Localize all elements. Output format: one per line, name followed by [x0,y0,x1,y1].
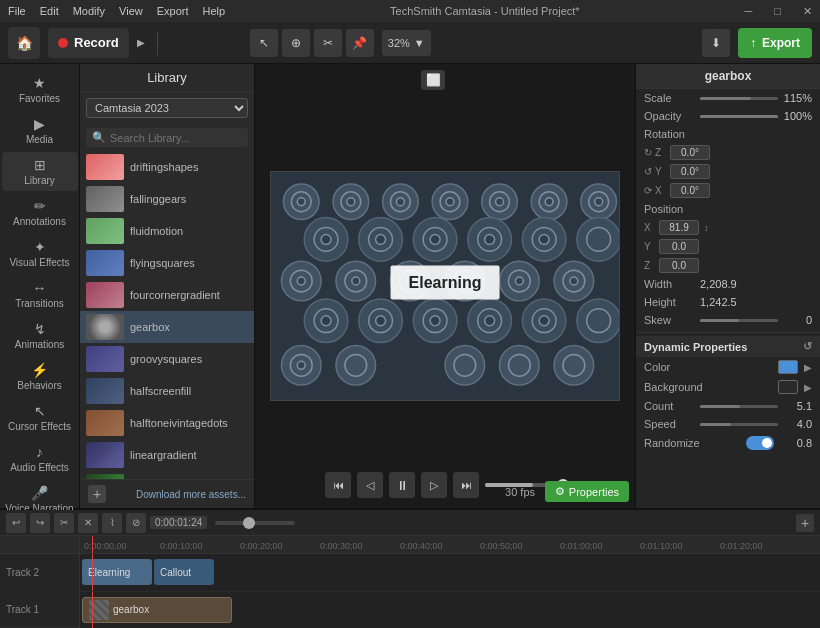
svg-point-36 [539,234,549,244]
svg-point-37 [577,218,619,262]
split-button[interactable]: ⌇ [102,513,122,533]
skip-back-button[interactable]: ⏮ [325,472,351,498]
export-label: Export [762,36,800,50]
step-back-button[interactable]: ◁ [357,472,383,498]
randomize-toggle[interactable] [746,436,774,450]
properties-icon: ⚙ [555,485,565,498]
rot-z-input[interactable] [670,145,710,160]
rot-y-input[interactable] [670,164,710,179]
scale-row: Scale 115% [636,89,820,107]
voice-narration-icon: 🎤 [31,485,48,501]
preview-view-toggle[interactable]: ⬜ [421,70,445,90]
dynamic-props-reset-icon[interactable]: ↺ [803,340,812,353]
library-item-thumbnail [86,282,124,308]
library-item[interactable]: fallinggears [80,183,254,215]
preview-text-overlay: Elearning [391,266,500,300]
svg-point-27 [376,234,386,244]
library-item-name: lineargradient [130,449,197,461]
library-item[interactable]: neonedge [80,471,254,479]
sidebar-item-annotations[interactable]: ✏ Annotations [2,193,78,232]
library-item-name: halfscreenfill [130,385,191,397]
svg-point-68 [485,316,495,326]
sidebar-item-cursor-effects[interactable]: ↖ Cursor Effects [2,398,78,437]
select-tool-button[interactable]: ⊕ [282,29,310,57]
color-swatch[interactable] [778,360,798,374]
add-asset-button[interactable]: + [88,485,106,503]
delete-button[interactable]: ✕ [78,513,98,533]
library-item[interactable]: driftingshapes [80,151,254,183]
menu-view[interactable]: View [119,5,143,17]
sidebar-item-animations[interactable]: ↯ Animations [2,316,78,355]
speed-slider[interactable] [700,423,778,426]
count-row: Count 5.1 [636,397,820,415]
position-z-row: Z [636,256,820,275]
menu-help[interactable]: Help [203,5,226,17]
library-item[interactable]: halfscreenfill [80,375,254,407]
timeline-ruler[interactable]: 0:00:00,00 0:00:10;00 0:00:20;00 0:00:30… [80,536,820,554]
menu-modify[interactable]: Modify [73,5,105,17]
sidebar-item-visual-effects[interactable]: ✦ Visual Effects [2,234,78,273]
search-input[interactable] [110,132,242,144]
undo-button[interactable]: ↩ [6,513,26,533]
library-dropdown[interactable]: Camtasia 2023 [86,98,248,118]
export-button[interactable]: ↑ Export [738,28,812,58]
library-item[interactable]: gearbox [80,311,254,343]
library-item[interactable]: flyingsquares [80,247,254,279]
detach-button[interactable]: ⊘ [126,513,146,533]
menu-edit[interactable]: Edit [40,5,59,17]
properties-button[interactable]: ⚙ Properties [545,481,629,502]
speed-slider-fill [700,423,731,426]
home-button[interactable]: 🏠 [8,27,40,59]
pos-z-input[interactable] [659,258,699,273]
rot-x-input[interactable] [670,183,710,198]
sidebar-item-behaviors[interactable]: ⚡ Behaviors [2,357,78,396]
count-slider[interactable] [700,405,778,408]
zoom-selector[interactable]: 32% ▼ [382,30,431,56]
skip-forward-button[interactable]: ⏭ [453,472,479,498]
library-search-bar[interactable]: 🔍 [86,128,248,147]
pos-y-input[interactable] [659,239,699,254]
clip-callout[interactable]: Callout [154,559,214,585]
skew-slider[interactable] [700,319,778,322]
sidebar-item-audio-effects[interactable]: ♪ Audio Effects [2,439,78,478]
step-forward-button[interactable]: ▷ [421,472,447,498]
menu-file[interactable]: File [8,5,26,17]
gearbox-clip-label: gearbox [113,604,149,615]
pause-button[interactable]: ⏸ [389,472,415,498]
library-item[interactable]: groovysquares [80,343,254,375]
record-arrow-button[interactable]: ▶ [137,37,145,48]
download-more-link[interactable]: Download more assets... [136,489,246,500]
menu-export[interactable]: Export [157,5,189,17]
timeline-zoom-slider[interactable] [215,521,295,525]
favorites-icon: ★ [33,75,46,91]
bg-expand-icon[interactable]: ▶ [804,382,812,393]
crop-tool-button[interactable]: ✂ [314,29,342,57]
library-item[interactable]: lineargradient [80,439,254,471]
scale-slider[interactable] [700,97,778,100]
add-track-button[interactable]: + [796,514,814,532]
sidebar-item-library[interactable]: ⊞ Library [2,152,78,191]
behaviors-icon: ⚡ [31,362,48,378]
library-item[interactable]: fourcornergradient [80,279,254,311]
sidebar-item-media[interactable]: ▶ Media [2,111,78,150]
record-button[interactable]: Record [48,28,129,58]
sidebar-item-favorites[interactable]: ★ Favorites [2,70,78,109]
opacity-slider[interactable] [700,115,778,118]
minimize-btn[interactable]: ─ [745,5,753,17]
color-expand-icon[interactable]: ▶ [804,362,812,373]
background-row: Background ▶ [636,377,820,397]
cursor-tool-button[interactable]: ↖ [250,29,278,57]
restore-btn[interactable]: □ [774,5,781,17]
pos-x-input[interactable] [659,220,699,235]
redo-button[interactable]: ↪ [30,513,50,533]
library-item[interactable]: fluidmotion [80,215,254,247]
sidebar-item-transitions[interactable]: ↔ Transitions [2,275,78,314]
download-button[interactable]: ⬇ [702,29,730,57]
close-btn[interactable]: ✕ [803,5,812,18]
ruler-mark-6: 0:01:00;00 [560,536,603,553]
library-item[interactable]: halftoneivintagedots [80,407,254,439]
annotation-tool-button[interactable]: 📌 [346,29,374,57]
background-swatch[interactable] [778,380,798,394]
cut-button[interactable]: ✂ [54,513,74,533]
clip-gearbox[interactable]: gearbox [82,597,232,623]
